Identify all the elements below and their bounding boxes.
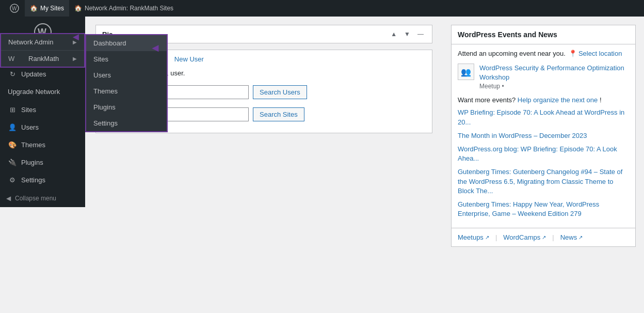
widget-header-controls: ▲ ▼ — xyxy=(389,29,426,39)
location-pin-icon: 📍 xyxy=(569,50,577,57)
search-users-button[interactable]: Search Users xyxy=(253,85,307,99)
event-item-1: 👥 WordPress Security & Performance Optim… xyxy=(458,64,629,90)
updates-icon: ↻ xyxy=(8,70,17,79)
submenu-dashboard[interactable]: Dashboard xyxy=(86,35,167,51)
plugins-icon: 🔌 xyxy=(8,158,17,167)
events-location-row: Attend an upcoming event near you. 📍 Sel… xyxy=(458,50,629,57)
search-sites-button[interactable]: Search Sites xyxy=(253,107,304,121)
collapse-menu-label: Collapse menu xyxy=(15,195,56,202)
news-link-3[interactable]: WordPress.org blog: WP Briefing: Episode… xyxy=(458,145,629,163)
dropdown-network-admin[interactable]: Network Admin ▶ ◄ Dashboard Sites Us xyxy=(1,34,84,50)
news-link-4[interactable]: Gutenberg Times: Gutenberg Changelog #94… xyxy=(458,167,629,196)
sidebar-item-settings[interactable]: ⚙ Settings xyxy=(0,171,85,189)
event-icon-box: 👥 xyxy=(458,64,474,80)
select-location-label: Select location xyxy=(578,50,622,57)
wordcamps-link[interactable]: WordCamps ↗ xyxy=(503,233,546,241)
news-link-2[interactable]: The Month in WordPress – December 2023 xyxy=(458,131,629,140)
news-item-4: Gutenberg Times: Gutenberg Changelog #94… xyxy=(458,167,629,196)
users-icon: 👤 xyxy=(8,123,17,132)
sidebar-item-sites[interactable]: ⊞ Sites xyxy=(0,101,85,119)
events-location-text: Attend an upcoming event near you. xyxy=(458,50,566,57)
wordcamps-label: WordCamps xyxy=(503,233,540,241)
footer-sep-1: | xyxy=(495,233,497,241)
submenu-settings[interactable]: Settings xyxy=(86,115,167,131)
admin-bar-wp-logo[interactable]: W xyxy=(4,0,25,17)
collapse-menu-icon: ◀ xyxy=(6,195,11,202)
sidebar-upgrade-label: Upgrade Network xyxy=(8,87,60,97)
dropdown-network-admin-label: Network Admin xyxy=(8,38,53,46)
chevron-right-icon: ▶ xyxy=(73,39,77,45)
external-link-icon-meetups: ↗ xyxy=(485,234,489,240)
right-panel: WordPress Events and News Attend an upco… xyxy=(443,17,644,313)
admin-bar: W 🏠 My Sites 🏠 Network Admin: RankMath S… xyxy=(0,0,644,17)
meetup-icon: 👥 xyxy=(461,67,471,77)
event-title: WordPress Security & Performance Optimiz… xyxy=(479,64,624,81)
chevron-right-rankmath-icon: ▶ xyxy=(73,56,77,61)
admin-bar-network-icon: 🏠 xyxy=(74,5,82,12)
settings-icon: ⚙ xyxy=(8,176,17,185)
news-item-3: WordPress.org blog: WP Briefing: Episode… xyxy=(458,145,629,163)
exclamation: ! xyxy=(600,96,602,104)
events-widget-title: WordPress Events and News xyxy=(452,25,635,44)
submenu-sites-label: Sites xyxy=(93,55,108,63)
sidebar-item-users[interactable]: 👤 Users xyxy=(0,119,85,136)
network-admin-submenu: ◄ Dashboard Sites Users Themes xyxy=(85,34,168,132)
admin-bar-mysites-icon: 🏠 xyxy=(30,5,38,12)
widget-expand-button[interactable]: ▼ xyxy=(402,29,412,39)
event-content: WordPress Security & Performance Optimiz… xyxy=(479,64,629,90)
submenu-themes[interactable]: Themes xyxy=(86,83,167,99)
news-link-1[interactable]: WP Briefing: Episode 70: A Look Ahead at… xyxy=(458,108,629,127)
sidebar-item-plugins[interactable]: 🔌 Plugins xyxy=(0,154,85,171)
select-location-link[interactable]: 📍 Select location xyxy=(569,50,622,57)
want-more-events-text: Want more events? xyxy=(458,96,516,104)
themes-icon: 🎨 xyxy=(8,140,17,150)
dropdown-rankmath-label: RankMath xyxy=(28,55,59,62)
submenu-plugins[interactable]: Plugins xyxy=(86,99,167,115)
admin-bar-network[interactable]: 🏠 Network Admin: RankMath Sites xyxy=(69,0,179,17)
submenu-plugins-label: Plugins xyxy=(93,103,116,111)
sites-icon: ⊞ xyxy=(8,105,17,115)
create-new-user-link[interactable]: New User xyxy=(174,55,204,63)
collapse-menu-button[interactable]: ◀ Collapse menu xyxy=(0,190,85,207)
submenu-sites[interactable]: Sites xyxy=(86,51,167,67)
dropdown-rankmath-icon: W xyxy=(8,55,14,62)
news-link-5[interactable]: Gutenberg Times: Happy New Year, WordPre… xyxy=(458,200,629,218)
news-item-2: The Month in WordPress – December 2023 xyxy=(458,131,629,140)
sidebar-updates-label: Updates xyxy=(21,70,46,79)
news-footer-label: News xyxy=(560,233,577,241)
events-widget: WordPress Events and News Attend an upco… xyxy=(451,25,636,247)
sidebar-sites-label: Sites xyxy=(21,105,36,115)
svg-text:W: W xyxy=(12,6,17,11)
widget-collapse-button[interactable]: ▲ xyxy=(389,29,399,39)
sidebar-users-label: Users xyxy=(21,123,39,132)
event-title-link[interactable]: WordPress Security & Performance Optimiz… xyxy=(479,64,629,82)
sidebar-item-themes[interactable]: 🎨 Themes xyxy=(0,136,85,154)
admin-bar-mysites[interactable]: 🏠 My Sites xyxy=(25,0,69,17)
submenu-users-label: Users xyxy=(93,71,111,79)
event-date: • xyxy=(502,83,504,90)
dropdown-rankmath[interactable]: W RankMath ▶ xyxy=(1,51,84,67)
sidebar-themes-label: Themes xyxy=(21,140,45,150)
submenu-dashboard-label: Dashboard xyxy=(93,39,126,47)
events-widget-body: Attend an upcoming event near you. 📍 Sel… xyxy=(452,44,635,228)
sidebar-item-upgrade-network[interactable]: Upgrade Network xyxy=(0,83,85,101)
help-organize-label: Help organize the next one xyxy=(518,96,598,104)
sidebar-plugins-label: Plugins xyxy=(21,158,43,167)
admin-bar-network-label: Network Admin: RankMath Sites xyxy=(85,5,173,12)
news-footer-link[interactable]: News ↗ xyxy=(560,233,583,241)
news-item-1: WP Briefing: Episode 70: A Look Ahead at… xyxy=(458,108,629,127)
event-meta: Meetup • xyxy=(479,83,504,90)
footer-sep-2: | xyxy=(552,233,554,241)
dropdown-menu: Network Admin ▶ ◄ Dashboard Sites Us xyxy=(0,33,85,68)
wordpress-icon: W xyxy=(9,3,20,13)
submenu-users[interactable]: Users xyxy=(86,67,167,83)
news-item-5: Gutenberg Times: Happy New Year, WordPre… xyxy=(458,200,629,218)
external-link-icon-news: ↗ xyxy=(578,234,583,240)
widget-close-button[interactable]: — xyxy=(415,29,426,39)
help-organize-link[interactable]: Help organize the next one xyxy=(518,96,600,104)
meetups-link[interactable]: Meetups ↗ xyxy=(458,233,489,241)
sidebar-settings-label: Settings xyxy=(21,176,45,185)
admin-bar-mysites-label: My Sites xyxy=(40,5,64,12)
sidebar-item-updates[interactable]: ↻ Updates xyxy=(0,66,85,83)
external-link-icon-wordcamps: ↗ xyxy=(542,234,546,240)
